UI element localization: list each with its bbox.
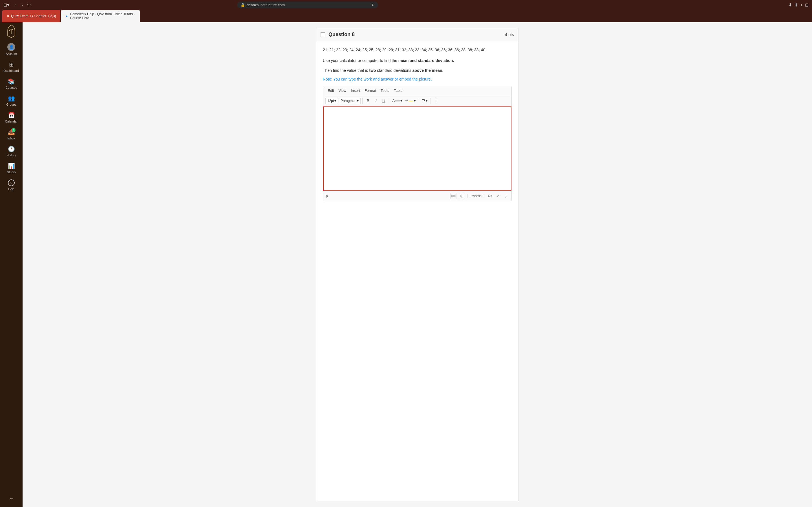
dashboard-label: Dashboard — [4, 69, 19, 72]
canvas-logo — [4, 24, 18, 38]
instruction2-plain2: standard deviations — [376, 68, 412, 73]
sidebar-item-dashboard[interactable]: ⊞ Dashboard — [0, 58, 22, 75]
footer-divider2 — [484, 194, 484, 198]
instruction2-bold1: two — [369, 68, 376, 73]
underline-btn[interactable]: U — [380, 97, 388, 105]
tab2-label: Homework Help - Q&A from Online Tutors -… — [70, 12, 135, 20]
more-options-btn[interactable]: ⋮ — [503, 193, 509, 199]
refresh-icon[interactable]: ↻ — [371, 3, 375, 7]
menu-tools[interactable]: Tools — [378, 87, 391, 94]
highlight-icon: ✏ — [405, 99, 408, 103]
account-label: Account — [6, 52, 17, 55]
italic-btn[interactable]: I — [372, 97, 379, 105]
sidebar-item-studio[interactable]: 📊 Studio — [0, 160, 22, 177]
highlight-color-btn[interactable]: ✏ ▾ — [404, 98, 417, 104]
inbox-icon-wrap: 📥 2 — [8, 129, 15, 135]
tab-course-hero[interactable]: ★ Homework Help - Q&A from Online Tutors… — [61, 10, 140, 22]
grid-btn[interactable]: ⊞ — [805, 2, 809, 8]
app-body: 👤 Account ⊞ Dashboard 📚 Courses 👥 Groups… — [0, 22, 812, 507]
history-icon: 🕐 — [8, 146, 15, 152]
superscript-icon: T² — [422, 99, 425, 103]
collapse-sidebar-btn[interactable]: ← — [5, 492, 17, 505]
expand-btn[interactable]: ⤢ — [496, 193, 501, 199]
toolbar-divider1 — [362, 98, 363, 104]
tab1-label: Quiz: Exam 1 ( Chapter 1,2,3) — [11, 14, 56, 18]
font-color-chevron: ▾ — [400, 99, 402, 103]
paragraph-value: Paragraph — [341, 99, 356, 103]
toolbar-divider4 — [430, 98, 431, 104]
rich-text-editor: Edit View Insert Format Tools Table 12pt… — [323, 86, 512, 201]
question-title: Question 8 — [328, 32, 501, 38]
shield-icon: 🛡 — [27, 3, 31, 7]
sidebar-item-account[interactable]: 👤 Account — [0, 40, 22, 58]
code-view-btn[interactable]: </> — [486, 193, 493, 199]
calendar-icon: 📅 — [8, 112, 15, 119]
forward-btn[interactable]: › — [20, 2, 24, 8]
instruction2-plain1: Then find the value that is — [323, 68, 369, 73]
tab1-icon: ✕ — [7, 14, 9, 18]
sidebar-item-help[interactable]: ? Help — [0, 177, 22, 193]
sidebar-item-history[interactable]: 🕐 History — [0, 143, 22, 160]
help-icon: ? — [8, 179, 15, 186]
editor-menubar: Edit View Insert Format Tools Table — [323, 86, 511, 95]
menu-edit[interactable]: Edit — [325, 87, 336, 94]
question-data-set: 21; 21; 22; 23; 24; 24; 25; 25; 28; 29; … — [323, 47, 512, 53]
inbox-badge: 2 — [11, 128, 15, 132]
instruction1-bold: mean and standard deviation. — [398, 58, 454, 63]
browser-toolbar: ⊟▾ ‹ › 🛡 🔒 deanza.instructure.com ↻ ⬇ ⬆ … — [0, 0, 812, 10]
bold-btn[interactable]: B — [364, 97, 371, 105]
account-avatar: 👤 — [7, 43, 15, 51]
sidebar-bottom: ← — [5, 492, 17, 505]
question-instruction1: Use your calculator or computer to find … — [323, 57, 512, 64]
sidebar-item-inbox[interactable]: 📥 2 Inbox — [0, 126, 22, 143]
font-size-value: 12pt — [327, 99, 334, 103]
question-note: Note: You can type the work and answer o… — [323, 77, 512, 81]
back-btn[interactable]: ‹ — [13, 2, 17, 8]
menu-format[interactable]: Format — [362, 87, 378, 94]
editor-path: p — [326, 194, 328, 198]
menu-table[interactable]: Table — [391, 87, 405, 94]
question-points: 4 pts — [505, 32, 514, 37]
sidebar-item-calendar[interactable]: 📅 Calendar — [0, 109, 22, 126]
new-tab-btn[interactable]: + — [800, 3, 803, 8]
instruction2-bold2: above the mean — [412, 68, 442, 73]
menu-insert[interactable]: Insert — [349, 87, 362, 94]
word-count: 0 words — [470, 194, 481, 198]
toolbar-divider3 — [419, 98, 419, 104]
groups-label: Groups — [6, 103, 16, 106]
keyboard-btn[interactable]: ⌨ — [450, 193, 456, 199]
address-bar[interactable]: 🔒 deanza.instructure.com ↻ — [237, 2, 378, 8]
question-checkbox[interactable] — [320, 33, 325, 37]
question-card: Question 8 4 pts 21; 21; 22; 23; 24; 24;… — [316, 28, 519, 501]
studio-label: Studio — [7, 170, 15, 174]
info-btn[interactable]: ⓘ — [459, 193, 465, 199]
sidebar-item-groups[interactable]: 👥 Groups — [0, 92, 22, 109]
font-color-bar — [395, 101, 400, 101]
font-size-chevron: ▾ — [335, 99, 336, 103]
tab2-icon: ★ — [65, 14, 68, 18]
calendar-label: Calendar — [5, 120, 18, 123]
sidebar-toggle-btn[interactable]: ⊟▾ — [3, 2, 9, 8]
superscript-chevron: ▾ — [426, 99, 428, 103]
font-color-btn[interactable]: A ▾ — [391, 98, 403, 104]
paragraph-chevron: ▾ — [357, 99, 359, 103]
studio-icon: 📊 — [8, 163, 15, 169]
help-label: Help — [8, 187, 15, 191]
font-size-select[interactable]: 12pt ▾ — [325, 98, 338, 104]
paragraph-select[interactable]: Paragraph ▾ — [339, 98, 361, 104]
download-btn[interactable]: ⬇ — [788, 2, 792, 8]
url-text: deanza.instructure.com — [247, 3, 285, 7]
share-btn[interactable]: ⬆ — [794, 2, 798, 8]
account-icon-wrap: 👤 — [7, 43, 15, 51]
sidebar: 👤 Account ⊞ Dashboard 📚 Courses 👥 Groups… — [0, 22, 22, 507]
instruction1-plain: Use your calculator or computer to find … — [323, 58, 398, 63]
tab-quiz[interactable]: ✕ Quiz: Exam 1 ( Chapter 1,2,3) — [2, 10, 60, 22]
courses-label: Courses — [6, 86, 17, 89]
editor-content-area[interactable] — [323, 107, 511, 191]
superscript-btn[interactable]: T² ▾ — [421, 98, 429, 104]
main-content: Question 8 4 pts 21; 21; 22; 23; 24; 24;… — [22, 22, 812, 507]
sidebar-item-courses[interactable]: 📚 Courses — [0, 75, 22, 92]
editor-footer: p ⌨ ⓘ 0 words </> ⤢ ⋮ — [323, 191, 511, 201]
menu-view[interactable]: View — [336, 87, 349, 94]
toolbar-more-btn[interactable]: ⋮ — [433, 97, 439, 105]
